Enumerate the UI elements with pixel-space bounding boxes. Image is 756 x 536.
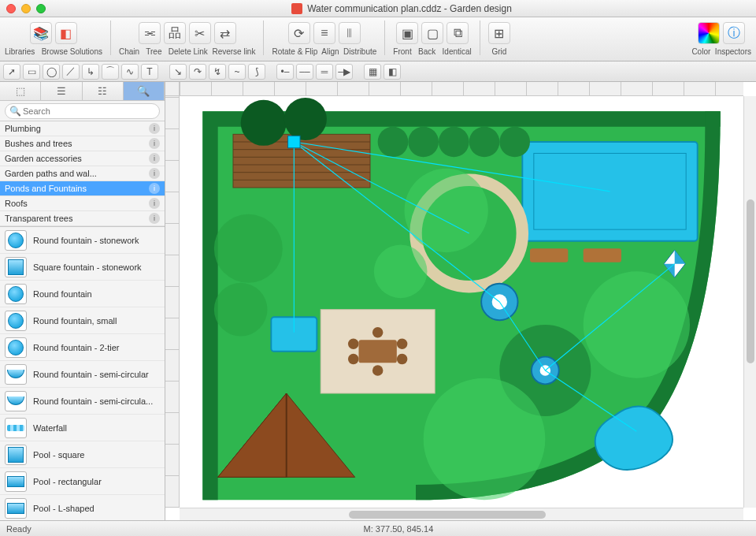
rotate-flip-label: Rotate & Flip [272,47,317,56]
category-item[interactable]: Garden accessoriesi [0,151,165,166]
scrollbar-thumb[interactable] [349,511,547,519]
shape-icon [5,391,27,411]
svg-point-32 [424,378,546,501]
info-icon[interactable]: i [149,138,160,149]
info-icon[interactable]: i [149,198,160,209]
identical-button[interactable]: ⧉ [447,22,469,44]
shape-item[interactable]: Round fountain, small [0,307,165,334]
shape-icon [5,445,27,465]
rotate-flip-button[interactable]: ⟳ [288,22,310,44]
shape-icon [5,498,27,519]
close-window-button[interactable] [6,4,16,13]
line-start-style[interactable]: •– [276,64,294,80]
browse-solutions-button[interactable]: ◧ [55,22,77,44]
shape-item[interactable]: Round fountain - 2-tier [0,334,165,361]
category-item[interactable]: Roofsi [0,196,165,211]
color-label: Color [691,47,710,56]
search-input[interactable] [5,103,160,119]
scrollbar-thumb[interactable] [747,199,754,364]
category-item[interactable]: Bushes and treesi [0,136,165,151]
shape-icon [5,418,27,438]
direct-line-tool[interactable]: ↘ [169,64,187,80]
tree-button[interactable]: 品 [164,22,186,44]
align-button[interactable]: ≡ [313,22,335,44]
category-item[interactable]: Transparent treesi [0,211,165,226]
line-end-style[interactable]: –▶ [335,64,353,80]
text-tool[interactable]: T [141,64,158,80]
vertical-ruler[interactable] [165,96,180,508]
distribute-button[interactable]: ⫴ [339,22,361,44]
rect-tool[interactable]: ▭ [23,64,40,80]
reverse-link-button[interactable]: ⇄ [214,22,236,44]
tree-label: Tree [146,47,161,56]
shape-item[interactable]: Waterfall [0,415,165,441]
category-item[interactable]: Ponds and Fountainsi [0,181,165,196]
bezier-tool[interactable]: ~ [228,64,246,80]
svg-point-34 [408,127,439,158]
svg-point-21 [372,327,384,338]
info-icon[interactable]: i [149,123,160,134]
shape-label: Square fountain - stonework [33,262,142,272]
category-label: Garden paths and wal... [5,169,97,178]
shape-item[interactable]: Round fountain - semi-circular [0,361,165,388]
shape-item[interactable]: Pool - rectangular [0,468,165,495]
arc-tool[interactable]: ⌒ [102,64,119,80]
libraries-button[interactable]: 📚 [30,22,52,44]
category-item[interactable]: Garden paths and wal...i [0,166,165,181]
inspectors-label: Inspectors [715,47,751,56]
horizontal-ruler[interactable] [180,82,743,96]
shape-item[interactable]: Pool - square [0,441,165,468]
shape-icon [5,337,27,358]
back-button[interactable]: ▢ [421,22,443,44]
zoom-window-button[interactable] [36,4,46,13]
line-style[interactable]: –– [296,64,313,80]
window-title: Water communication plan.cddz - Garden d… [307,3,512,14]
identical-label: Identical [443,47,472,56]
sidebar-tab-list[interactable]: ☰ [41,82,82,100]
shape-label: Round fountain - 2-tier [33,343,119,352]
chain-button[interactable]: ⫘ [139,22,161,44]
info-icon[interactable]: i [149,153,160,164]
info-icon[interactable]: i [149,213,160,224]
delete-link-button[interactable]: ✂ [189,22,211,44]
shape-item[interactable]: Square fountain - stonework [0,254,165,281]
shape-item[interactable]: Round fountain - semi-circula... [0,388,165,415]
minimize-window-button[interactable] [21,4,31,13]
info-icon[interactable]: i [149,168,160,179]
svg-rect-7 [522,142,697,241]
color-button[interactable] [698,22,720,44]
shape-item[interactable]: Pool - L-shaped [0,495,165,520]
round-connector-tool[interactable]: ⟆ [248,64,265,80]
line-weight[interactable]: ═ [316,64,333,80]
category-item[interactable]: Plumbingi [0,121,165,136]
category-list: PlumbingiBushes and treesiGarden accesso… [0,121,165,226]
pointer-tool[interactable]: ➚ [3,64,20,80]
grid-button[interactable]: ⊞ [488,22,510,44]
shape-item[interactable]: Round fountain - stonework [0,227,165,254]
distribute-label: Distribute [343,47,376,56]
drawing-canvas[interactable] [180,96,743,508]
svg-rect-10 [584,248,621,262]
arc-connector-tool[interactable]: ↷ [189,64,206,80]
sidebar-tab-search[interactable]: 🔍 [124,82,165,100]
svg-rect-16 [359,340,397,363]
ellipse-tool[interactable]: ◯ [43,64,60,80]
connector-tool[interactable]: ↳ [82,64,99,80]
shape-item[interactable]: Round fountain [0,281,165,307]
garden-plan-drawing [180,96,743,508]
svg-point-17 [348,338,359,349]
smart-connector-tool[interactable]: ↯ [209,64,226,80]
spline-tool[interactable]: ∿ [121,64,139,80]
horizontal-scrollbar[interactable] [180,508,743,520]
inspectors-button[interactable]: ⓘ [723,22,745,44]
sidebar-tab-tree[interactable]: ☷ [83,82,124,100]
fill-style[interactable]: ▦ [364,64,381,80]
info-icon[interactable]: i [149,183,160,194]
shadow-style[interactable]: ◧ [384,64,401,80]
vertical-scrollbar[interactable] [743,96,756,508]
category-label: Transparent trees [5,214,72,223]
main-toolbar: 📚 ◧ Libraries Browse Solutions ⫘ 品 ✂ ⇄ C… [0,17,756,61]
front-button[interactable]: ▣ [396,22,418,44]
line-tool[interactable]: ／ [62,64,80,80]
sidebar-tab-shapes[interactable]: ⬚ [0,82,41,100]
